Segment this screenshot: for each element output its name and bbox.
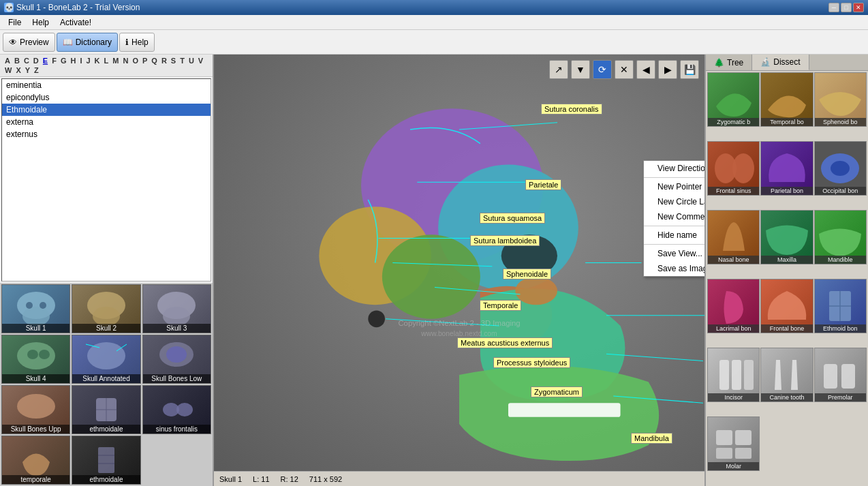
menu-activate[interactable]: Activate! [55, 16, 97, 29]
bone-frontal[interactable]: Frontal bone [760, 279, 813, 333]
minimize-button[interactable]: ─ [828, 3, 839, 12]
bone-nasal[interactable]: Nasal bone [707, 210, 760, 264]
thumb-skull-annotated[interactable]: Skull Annotated [72, 335, 140, 384]
thumb-skull2[interactable]: Skull 2 [72, 284, 140, 333]
alpha-S[interactable]: S [169, 56, 178, 65]
alpha-Q[interactable]: Q [149, 56, 159, 65]
thumb-temporale[interactable]: temporale [1, 436, 70, 485]
bone-grid: Zygomatic b Temporal bo Sphenoid bo [706, 71, 868, 486]
word-ethmoidale[interactable]: Ethmoidale [2, 104, 211, 116]
alpha-N[interactable]: N [121, 56, 130, 65]
vp-pointer-btn[interactable]: ↗ [549, 60, 568, 79]
vp-close-btn[interactable]: ✕ [615, 60, 634, 79]
alpha-A[interactable]: A [3, 56, 12, 65]
alpha-P[interactable]: P [140, 56, 149, 65]
bone-lacrimal[interactable]: Lacrimal bon [707, 279, 760, 333]
thumb-ethmoidale2[interactable]: ethmoidale [72, 436, 140, 485]
alpha-I[interactable]: I [78, 56, 84, 65]
bone-parietal[interactable]: Parietal bon [760, 141, 813, 196]
vp-prev-btn[interactable]: ◀ [636, 60, 655, 79]
alpha-Y[interactable]: Y [23, 65, 32, 75]
tab-dissect[interactable]: 🔬 Dissect [752, 55, 809, 70]
alpha-F[interactable]: F [50, 56, 59, 65]
alpha-Z[interactable]: Z [32, 65, 41, 75]
bone-mandible[interactable]: Mandible [814, 210, 867, 264]
menu-new-pointer[interactable]: New Pointer Label Alt+A [644, 179, 704, 194]
bone-occipital[interactable]: Occipital bon [814, 141, 867, 196]
dictionary-button[interactable]: 📖 Dictionary [57, 33, 118, 52]
tab-tree[interactable]: 🌲 Tree [706, 55, 752, 70]
label-sutura-squamosa[interactable]: Sutura squamosa [480, 213, 545, 224]
menu-new-comment[interactable]: New Comment Label Alt+O [644, 209, 704, 224]
label-parietale[interactable]: Parietale [525, 179, 561, 190]
thumb-sinus-frontalis[interactable]: sinus frontalis [142, 385, 211, 434]
bone-premolar[interactable]: Premolar [814, 348, 867, 402]
label-zygomaticum[interactable]: Zygomaticum [531, 386, 583, 397]
alpha-U[interactable]: U [187, 56, 196, 65]
alpha-B[interactable]: B [12, 56, 22, 65]
label-mandibula[interactable]: Mandibula [631, 433, 672, 444]
thumb-skull4[interactable]: Skull 4 [1, 335, 70, 384]
new-pointer-label: New Pointer Label [657, 182, 704, 192]
menu-save-view[interactable]: Save View... [644, 246, 704, 261]
alpha-T[interactable]: T [178, 56, 187, 65]
word-list[interactable]: eminentia epicondylus Ethmoidale externa… [1, 78, 211, 282]
word-externus[interactable]: externus [2, 128, 211, 140]
word-epicondylus[interactable]: epicondylus [2, 91, 211, 104]
bone-temporal[interactable]: Temporal bo [760, 72, 813, 127]
alpha-R[interactable]: R [159, 56, 169, 65]
bone-incisor[interactable]: Incisor [707, 348, 760, 402]
alpha-C[interactable]: C [22, 56, 31, 65]
close-button[interactable]: ✕ [853, 3, 864, 12]
alpha-O[interactable]: O [130, 56, 140, 65]
vp-save-btn[interactable]: 💾 [680, 60, 699, 79]
svg-point-9 [27, 350, 38, 359]
vp-dropdown-btn[interactable]: ▼ [571, 60, 590, 79]
bone-molar[interactable]: Molar [707, 416, 760, 471]
bone-sphenoid[interactable]: Sphenoid bo [814, 72, 867, 127]
label-meatus[interactable]: Meatus acusticus externus [457, 337, 553, 348]
bone-canine[interactable]: Canine tooth [760, 348, 813, 402]
help-button[interactable]: ℹ Help [119, 33, 155, 52]
word-externa[interactable]: externa [2, 116, 211, 128]
alpha-W[interactable]: W [3, 65, 14, 75]
menu-file[interactable]: File [3, 16, 27, 29]
label-processus[interactable]: Processus styloideus [493, 357, 570, 368]
thumb-sinus-frontalis-label: sinus frontalis [143, 425, 211, 434]
label-sphenoidale[interactable]: Sphenoidale [503, 269, 551, 279]
word-eminentia[interactable]: eminentia [2, 79, 211, 91]
bone-maxilla[interactable]: Maxilla [760, 210, 813, 264]
bone-ethmoid[interactable]: Ethmoid bon [814, 279, 867, 333]
preview-button[interactable]: 👁 Preview [3, 33, 55, 52]
alpha-D[interactable]: D [31, 56, 41, 65]
alpha-E[interactable]: E [41, 56, 50, 65]
vp-next-btn[interactable]: ▶ [658, 60, 677, 79]
thumb-ethmoidale1[interactable]: ethmoidale [72, 385, 140, 434]
vp-rotate-btn[interactable]: ⟳ [593, 60, 612, 79]
thumb-skull1[interactable]: Skull 1 [1, 284, 70, 333]
menu-new-circle[interactable]: New Circle Label Alt+Q [644, 194, 704, 209]
menu-help[interactable]: Help [27, 16, 55, 29]
thumb-skull3[interactable]: Skull 3 [142, 284, 211, 333]
parietal-preview [762, 148, 811, 189]
label-temporale[interactable]: Temporale [480, 300, 521, 311]
label-sutura-coronalis[interactable]: Sutura coronalis [541, 104, 602, 115]
bone-frontal-sinus[interactable]: Frontal sinus [707, 141, 760, 196]
menu-hide-name[interactable]: Hide name [644, 228, 704, 243]
alpha-V[interactable]: V [196, 56, 205, 65]
thumb-skull-bones-upp[interactable]: Skull Bones Upp [1, 385, 70, 434]
alpha-H[interactable]: H [68, 56, 78, 65]
menu-view-direction[interactable]: View Direction ▶ [644, 161, 704, 176]
alpha-X[interactable]: X [14, 65, 22, 75]
alpha-G[interactable]: G [59, 56, 69, 65]
alpha-M[interactable]: M [110, 56, 121, 65]
menu-save-image[interactable]: Save as Image... [644, 261, 704, 276]
alpha-J[interactable]: J [84, 56, 92, 65]
viewport[interactable]: Copyright ©NextLab 2 - 3D Imaging www.bo… [214, 55, 704, 486]
alpha-L[interactable]: L [102, 56, 111, 65]
thumb-skull-bones-low[interactable]: Skull Bones Low [142, 335, 211, 384]
alpha-K[interactable]: K [93, 56, 102, 65]
label-sutura-lambdoidea[interactable]: Sutura lambdoidea [470, 235, 540, 246]
maximize-button[interactable]: □ [841, 3, 852, 12]
bone-zygomatic[interactable]: Zygomatic b [707, 72, 760, 127]
